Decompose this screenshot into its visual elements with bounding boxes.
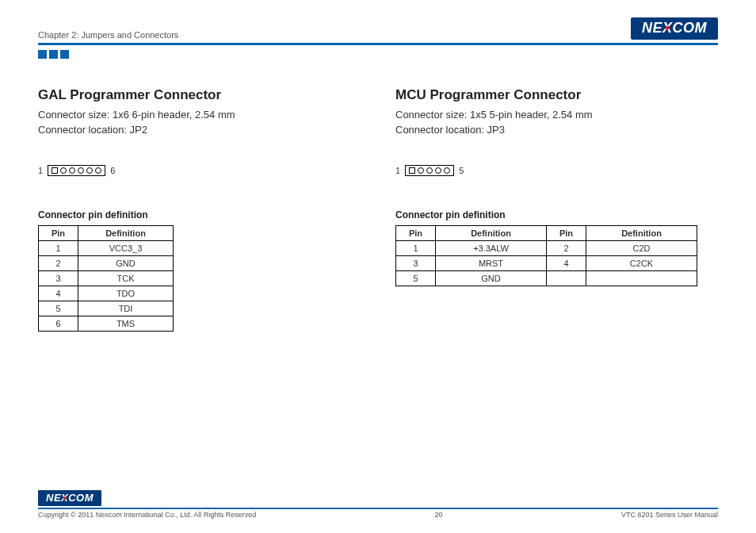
pin-header-icon: [48, 165, 105, 176]
table-row: 6TMS: [39, 316, 174, 331]
gal-connector-section: GAL Programmer Connector Connector size:…: [38, 87, 361, 332]
table-row: 4TDO: [39, 286, 174, 301]
footer-logo: NEXCOM: [38, 490, 101, 506]
diagram-end-label: 5: [459, 166, 464, 175]
pin-definition-table: Pin Definition 1VCC3_3 2GND 3TCK 4TDO 5T…: [38, 225, 174, 332]
pin-diagram: 1 5: [395, 165, 718, 176]
footer-rule: [38, 508, 718, 509]
table-row: 2GND: [39, 255, 174, 270]
pin-diagram: 1 6: [38, 165, 361, 176]
connector-location: Connector location: JP2: [38, 123, 361, 138]
diagram-start-label: 1: [38, 166, 43, 175]
mcu-connector-section: MCU Programmer Connector Connector size:…: [395, 87, 718, 332]
copyright-text: Copyright © 2011 Nexcom International Co…: [38, 511, 256, 519]
col-definition: Definition: [78, 225, 174, 240]
table-row: 3TCK: [39, 270, 174, 286]
table-row: 1+3.3ALW 2C2D: [396, 240, 697, 255]
section-title: MCU Programmer Connector: [395, 87, 718, 103]
col-pin: Pin: [39, 225, 78, 240]
pin-definition-table: Pin Definition Pin Definition 1+3.3ALW 2…: [395, 225, 697, 286]
col-definition: Definition: [436, 225, 547, 240]
table-row: 5GND: [396, 270, 697, 286]
header-rule: [38, 43, 718, 45]
table-row: 5TDI: [39, 301, 174, 316]
decorative-squares: [38, 50, 718, 59]
col-definition: Definition: [586, 225, 697, 240]
document-title: VTC 6201 Series User Manual: [621, 511, 718, 519]
table-caption: Connector pin definition: [38, 209, 361, 220]
connector-location: Connector location: JP3: [395, 123, 718, 138]
section-title: GAL Programmer Connector: [38, 87, 361, 103]
table-row: 1VCC3_3: [39, 240, 174, 255]
brand-logo: NEXCOM: [631, 17, 718, 40]
table-caption: Connector pin definition: [395, 209, 718, 220]
chapter-label: Chapter 2: Jumpers and Connectors: [38, 30, 178, 40]
connector-size: Connector size: 1x5 5-pin header, 2.54 m…: [395, 108, 718, 123]
page-number: 20: [435, 511, 443, 519]
connector-size: Connector size: 1x6 6-pin header, 2.54 m…: [38, 108, 361, 123]
col-pin: Pin: [547, 225, 586, 240]
diagram-end-label: 6: [110, 166, 115, 175]
diagram-start-label: 1: [395, 166, 400, 175]
table-row: 3MRST 4C2CK: [396, 255, 697, 270]
pin-header-icon: [405, 165, 454, 176]
col-pin: Pin: [396, 225, 436, 240]
